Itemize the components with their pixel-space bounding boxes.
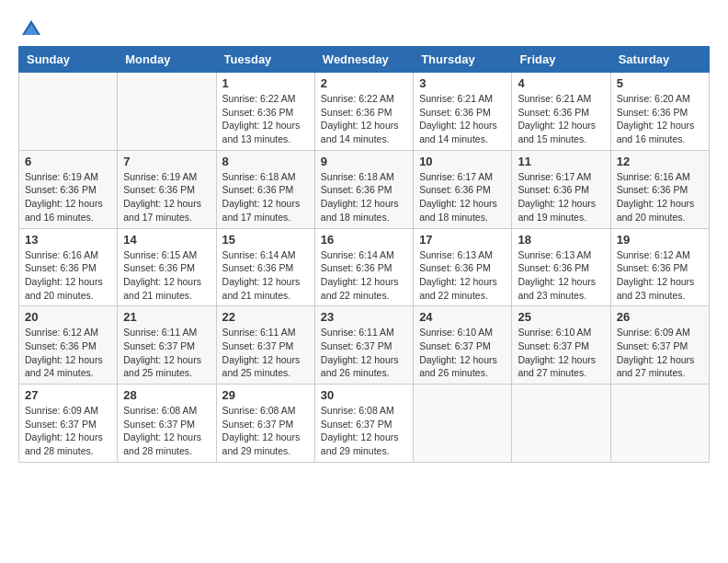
calendar-header-thursday: Thursday	[414, 47, 512, 73]
header	[18, 18, 710, 37]
calendar-header-monday: Monday	[118, 47, 216, 73]
day-number: 26	[617, 310, 703, 324]
day-number: 1	[222, 76, 309, 90]
day-info: Sunrise: 6:16 AM Sunset: 6:36 PM Dayligh…	[617, 170, 703, 224]
day-info: Sunrise: 6:17 AM Sunset: 6:36 PM Dayligh…	[518, 170, 604, 224]
day-number: 28	[123, 388, 210, 402]
day-number: 6	[25, 155, 111, 168]
calendar-cell: 25Sunrise: 6:10 AM Sunset: 6:37 PM Dayli…	[512, 306, 610, 385]
day-number: 5	[617, 76, 703, 90]
calendar-body: 1Sunrise: 6:22 AM Sunset: 6:36 PM Daylig…	[19, 73, 710, 463]
day-info: Sunrise: 6:14 AM Sunset: 6:36 PM Dayligh…	[222, 248, 309, 303]
calendar-week-2: 13Sunrise: 6:16 AM Sunset: 6:36 PM Dayli…	[19, 228, 710, 306]
day-info: Sunrise: 6:11 AM Sunset: 6:37 PM Dayligh…	[321, 326, 407, 380]
day-number: 16	[321, 233, 407, 247]
calendar-cell: 21Sunrise: 6:11 AM Sunset: 6:37 PM Dayli…	[118, 306, 216, 385]
calendar-cell: 1Sunrise: 6:22 AM Sunset: 6:36 PM Daylig…	[216, 73, 314, 151]
calendar-cell: 13Sunrise: 6:16 AM Sunset: 6:36 PM Dayli…	[19, 228, 118, 306]
calendar-cell: 19Sunrise: 6:12 AM Sunset: 6:36 PM Dayli…	[610, 228, 709, 306]
day-number: 14	[123, 233, 210, 247]
calendar-cell: 24Sunrise: 6:10 AM Sunset: 6:37 PM Dayli…	[414, 306, 512, 385]
day-info: Sunrise: 6:14 AM Sunset: 6:36 PM Dayligh…	[321, 248, 407, 303]
calendar-cell	[610, 385, 709, 463]
day-info: Sunrise: 6:21 AM Sunset: 6:36 PM Dayligh…	[419, 92, 506, 146]
calendar: SundayMondayTuesdayWednesdayThursdayFrid…	[18, 46, 710, 463]
calendar-cell: 16Sunrise: 6:14 AM Sunset: 6:36 PM Dayli…	[314, 228, 413, 306]
calendar-cell: 7Sunrise: 6:19 AM Sunset: 6:36 PM Daylig…	[118, 150, 216, 228]
calendar-week-4: 27Sunrise: 6:09 AM Sunset: 6:37 PM Dayli…	[19, 385, 710, 463]
day-number: 17	[419, 233, 506, 247]
day-info: Sunrise: 6:12 AM Sunset: 6:36 PM Dayligh…	[25, 326, 111, 380]
day-number: 27	[25, 388, 111, 402]
calendar-cell: 30Sunrise: 6:08 AM Sunset: 6:37 PM Dayli…	[314, 385, 413, 463]
day-number: 15	[222, 233, 309, 247]
day-info: Sunrise: 6:21 AM Sunset: 6:36 PM Dayligh…	[518, 92, 604, 146]
day-number: 11	[518, 155, 604, 168]
day-info: Sunrise: 6:11 AM Sunset: 6:37 PM Dayligh…	[222, 326, 309, 380]
calendar-cell: 27Sunrise: 6:09 AM Sunset: 6:37 PM Dayli…	[19, 385, 118, 463]
day-info: Sunrise: 6:22 AM Sunset: 6:36 PM Dayligh…	[222, 92, 309, 146]
calendar-cell: 15Sunrise: 6:14 AM Sunset: 6:36 PM Dayli…	[216, 228, 314, 306]
day-info: Sunrise: 6:17 AM Sunset: 6:36 PM Dayligh…	[419, 170, 506, 224]
day-info: Sunrise: 6:13 AM Sunset: 6:36 PM Dayligh…	[419, 248, 506, 303]
day-info: Sunrise: 6:18 AM Sunset: 6:36 PM Dayligh…	[222, 170, 309, 224]
day-number: 25	[518, 310, 604, 324]
day-info: Sunrise: 6:18 AM Sunset: 6:36 PM Dayligh…	[321, 170, 407, 224]
day-number: 18	[518, 233, 604, 247]
calendar-cell: 14Sunrise: 6:15 AM Sunset: 6:36 PM Dayli…	[118, 228, 216, 306]
day-number: 7	[123, 155, 210, 168]
calendar-cell: 29Sunrise: 6:08 AM Sunset: 6:37 PM Dayli…	[216, 385, 314, 463]
calendar-cell: 5Sunrise: 6:20 AM Sunset: 6:36 PM Daylig…	[610, 73, 709, 151]
day-number: 19	[617, 233, 703, 247]
calendar-header-tuesday: Tuesday	[216, 47, 314, 73]
day-info: Sunrise: 6:19 AM Sunset: 6:36 PM Dayligh…	[123, 170, 210, 224]
calendar-cell	[414, 385, 512, 463]
day-number: 4	[518, 76, 604, 90]
day-info: Sunrise: 6:16 AM Sunset: 6:36 PM Dayligh…	[25, 248, 111, 303]
calendar-cell	[512, 385, 610, 463]
calendar-cell	[19, 73, 118, 151]
day-info: Sunrise: 6:08 AM Sunset: 6:37 PM Dayligh…	[123, 404, 210, 458]
calendar-cell: 26Sunrise: 6:09 AM Sunset: 6:37 PM Dayli…	[610, 306, 709, 385]
day-number: 13	[25, 233, 111, 247]
day-number: 20	[25, 310, 111, 324]
calendar-cell: 18Sunrise: 6:13 AM Sunset: 6:36 PM Dayli…	[512, 228, 610, 306]
day-number: 23	[321, 310, 407, 324]
day-info: Sunrise: 6:15 AM Sunset: 6:36 PM Dayligh…	[123, 248, 210, 303]
calendar-cell	[118, 73, 216, 151]
day-number: 8	[222, 155, 309, 168]
day-info: Sunrise: 6:10 AM Sunset: 6:37 PM Dayligh…	[419, 326, 506, 380]
calendar-cell: 10Sunrise: 6:17 AM Sunset: 6:36 PM Dayli…	[414, 150, 512, 228]
day-info: Sunrise: 6:10 AM Sunset: 6:37 PM Dayligh…	[518, 326, 604, 380]
calendar-cell: 20Sunrise: 6:12 AM Sunset: 6:36 PM Dayli…	[19, 306, 118, 385]
day-number: 9	[321, 155, 407, 168]
day-number: 24	[419, 310, 506, 324]
day-number: 2	[321, 76, 407, 90]
calendar-cell: 28Sunrise: 6:08 AM Sunset: 6:37 PM Dayli…	[118, 385, 216, 463]
day-info: Sunrise: 6:08 AM Sunset: 6:37 PM Dayligh…	[321, 404, 407, 458]
calendar-cell: 11Sunrise: 6:17 AM Sunset: 6:36 PM Dayli…	[512, 150, 610, 228]
day-info: Sunrise: 6:08 AM Sunset: 6:37 PM Dayligh…	[222, 404, 309, 458]
day-info: Sunrise: 6:12 AM Sunset: 6:36 PM Dayligh…	[617, 248, 703, 303]
day-number: 29	[222, 388, 309, 402]
calendar-cell: 3Sunrise: 6:21 AM Sunset: 6:36 PM Daylig…	[414, 73, 512, 151]
calendar-cell: 9Sunrise: 6:18 AM Sunset: 6:36 PM Daylig…	[314, 150, 413, 228]
calendar-cell: 22Sunrise: 6:11 AM Sunset: 6:37 PM Dayli…	[216, 306, 314, 385]
logo	[18, 18, 42, 37]
day-info: Sunrise: 6:09 AM Sunset: 6:37 PM Dayligh…	[25, 404, 111, 458]
day-number: 12	[617, 155, 703, 168]
day-number: 22	[222, 310, 309, 324]
calendar-week-1: 6Sunrise: 6:19 AM Sunset: 6:36 PM Daylig…	[19, 150, 710, 228]
day-number: 3	[419, 76, 506, 90]
calendar-header-wednesday: Wednesday	[314, 47, 413, 73]
day-info: Sunrise: 6:13 AM Sunset: 6:36 PM Dayligh…	[518, 248, 604, 303]
calendar-header-saturday: Saturday	[610, 47, 709, 73]
calendar-cell: 8Sunrise: 6:18 AM Sunset: 6:36 PM Daylig…	[216, 150, 314, 228]
calendar-cell: 6Sunrise: 6:19 AM Sunset: 6:36 PM Daylig…	[19, 150, 118, 228]
day-info: Sunrise: 6:20 AM Sunset: 6:36 PM Dayligh…	[617, 92, 703, 146]
calendar-week-3: 20Sunrise: 6:12 AM Sunset: 6:36 PM Dayli…	[19, 306, 710, 385]
calendar-cell: 12Sunrise: 6:16 AM Sunset: 6:36 PM Dayli…	[610, 150, 709, 228]
calendar-cell: 2Sunrise: 6:22 AM Sunset: 6:36 PM Daylig…	[314, 73, 413, 151]
calendar-header-row: SundayMondayTuesdayWednesdayThursdayFrid…	[19, 47, 710, 73]
calendar-header-sunday: Sunday	[19, 47, 118, 73]
